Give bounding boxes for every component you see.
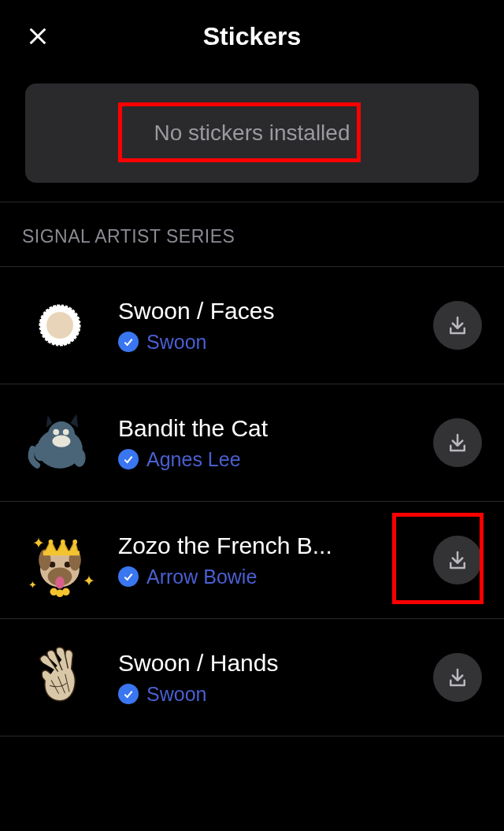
header: Stickers (0, 0, 504, 72)
close-button[interactable] (24, 22, 52, 50)
artist-name: Agnes Lee (146, 448, 241, 471)
svg-point-10 (73, 449, 85, 467)
sticker-pack-info: Swoon / FacesSwoon (118, 298, 413, 354)
sticker-pack-list: Swoon / FacesSwoon Bandit the CatAgnes L… (0, 266, 504, 736)
verified-icon (118, 332, 139, 352)
sticker-pack-info: Bandit the CatAgnes Lee (118, 415, 413, 471)
svg-point-24 (62, 588, 70, 596)
svg-text:✦: ✦ (83, 573, 95, 589)
svg-point-8 (63, 429, 69, 436)
sticker-pack-avatar (22, 640, 98, 715)
verified-icon (118, 684, 139, 704)
sticker-pack-avatar (22, 405, 98, 480)
sticker-pack-row[interactable]: ✦ ✦ ✦ Zozo the French B...Arrow Bowie (0, 502, 504, 619)
sticker-pack-row[interactable]: Swoon / HandsSwoon (0, 619, 504, 736)
sticker-pack-artist: Swoon (118, 331, 413, 354)
section-header: SIGNAL ARTIST SERIES (0, 202, 504, 266)
banner-container: No stickers installed (0, 72, 504, 202)
download-button[interactable] (433, 653, 482, 702)
sticker-pack-info: Swoon / HandsSwoon (118, 650, 413, 706)
sticker-pack-title: Zozo the French B... (118, 532, 413, 559)
verified-icon (118, 566, 139, 587)
download-icon (446, 548, 469, 572)
svg-text:✦: ✦ (28, 579, 37, 591)
artist-name: Swoon (146, 331, 206, 354)
close-icon (25, 24, 50, 49)
svg-point-7 (53, 429, 59, 436)
sticker-pack-avatar (22, 288, 98, 363)
sticker-pack-artist: Agnes Lee (118, 448, 413, 471)
svg-point-20 (61, 540, 65, 544)
download-button[interactable] (433, 536, 482, 584)
svg-text:✦: ✦ (32, 535, 45, 551)
download-button[interactable] (433, 301, 482, 350)
download-icon (446, 431, 469, 454)
sticker-pack-avatar: ✦ ✦ ✦ (22, 522, 98, 598)
svg-point-13 (55, 577, 65, 588)
artist-name: Swoon (146, 683, 206, 706)
sticker-pack-title: Swoon / Faces (118, 298, 413, 325)
svg-marker-4 (70, 414, 78, 428)
sticker-pack-row[interactable]: Swoon / FacesSwoon (0, 267, 504, 384)
artist-series-section: SIGNAL ARTIST SERIES Swoon / FacesSwoon … (0, 202, 504, 736)
sticker-pack-row[interactable]: Bandit the CatAgnes Lee (0, 384, 504, 502)
svg-point-9 (34, 443, 46, 461)
sticker-pack-artist: Arrow Bowie (118, 566, 413, 588)
sticker-pack-artist: Swoon (118, 683, 413, 706)
sticker-pack-title: Swoon / Hands (118, 650, 413, 677)
page-title: Stickers (203, 22, 302, 51)
svg-marker-5 (46, 415, 53, 427)
svg-point-19 (49, 540, 54, 544)
download-button[interactable] (433, 418, 482, 467)
svg-rect-18 (43, 551, 80, 555)
download-icon (446, 313, 469, 337)
verified-icon (118, 449, 139, 469)
svg-point-21 (72, 540, 77, 544)
sticker-pack-info: Zozo the French B...Arrow Bowie (118, 532, 413, 588)
download-icon (446, 666, 469, 689)
empty-state-banner: No stickers installed (25, 83, 479, 183)
empty-state-text: No stickers installed (154, 121, 350, 146)
svg-point-6 (52, 435, 70, 447)
artist-name: Arrow Bowie (146, 566, 257, 588)
sticker-pack-title: Bandit the Cat (118, 415, 413, 442)
